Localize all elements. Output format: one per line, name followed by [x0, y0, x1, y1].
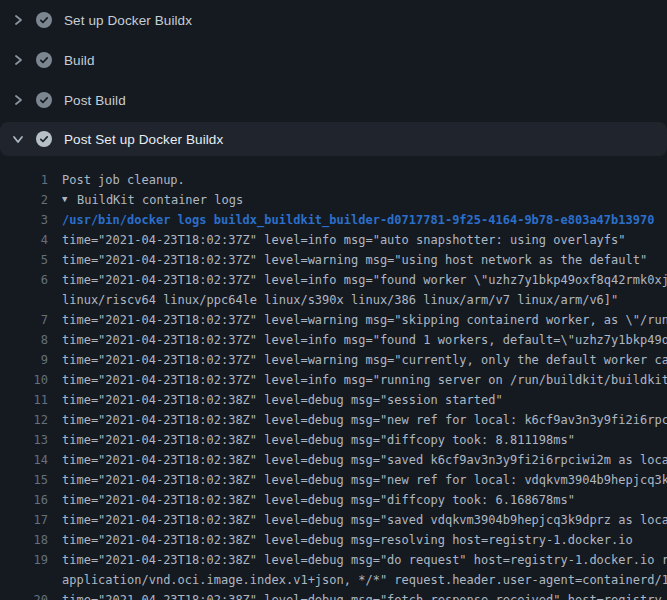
- log-line: 15 time="2021-04-23T18:02:38Z" level=deb…: [0, 470, 667, 490]
- log-line: 5 time="2021-04-23T18:02:37Z" level=warn…: [0, 250, 667, 270]
- line-number[interactable]: 5: [0, 250, 62, 270]
- line-number[interactable]: 10: [0, 370, 62, 390]
- line-number: [0, 290, 62, 310]
- log-text: time="2021-04-23T18:02:38Z" level=debug …: [62, 550, 667, 570]
- chevron-down-icon: [10, 131, 26, 147]
- log-text: time="2021-04-23T18:02:37Z" level=info m…: [62, 270, 667, 290]
- line-number[interactable]: 9: [0, 350, 62, 370]
- log-text: time="2021-04-23T18:02:37Z" level=warnin…: [62, 310, 667, 330]
- log-line: 17 time="2021-04-23T18:02:38Z" level=deb…: [0, 510, 667, 530]
- line-number: [0, 570, 62, 590]
- log-group-title: BuildKit container logs: [77, 190, 243, 210]
- section-row-set-up-docker-buildx[interactable]: Set up Docker Buildx: [0, 0, 667, 40]
- line-number[interactable]: 12: [0, 410, 62, 430]
- section-row-post-set-up-docker-buildx[interactable]: Post Set up Docker Buildx: [0, 122, 667, 156]
- line-number[interactable]: 6: [0, 270, 62, 290]
- log-text: time="2021-04-23T18:02:38Z" level=debug …: [62, 510, 667, 530]
- log-line: 6 time="2021-04-23T18:02:37Z" level=info…: [0, 270, 667, 290]
- log-line: 19 time="2021-04-23T18:02:38Z" level=deb…: [0, 550, 667, 570]
- section-row-build[interactable]: Build: [0, 40, 667, 80]
- log-line: 11 time="2021-04-23T18:02:38Z" level=deb…: [0, 390, 667, 410]
- log-line: 13 time="2021-04-23T18:02:38Z" level=deb…: [0, 430, 667, 450]
- line-number[interactable]: 15: [0, 470, 62, 490]
- log-text: Post job cleanup.: [62, 170, 185, 190]
- group-caret-icon[interactable]: ▼: [62, 190, 74, 209]
- line-number[interactable]: 20: [0, 590, 62, 600]
- check-circle-icon: [36, 92, 52, 108]
- log-text: time="2021-04-23T18:02:38Z" level=debug …: [62, 450, 667, 470]
- log-line-command: 3 /usr/bin/docker logs buildx_buildkit_b…: [0, 210, 667, 230]
- log-output: 1 Post job cleanup. 2 ▼ BuildKit contain…: [0, 156, 667, 600]
- line-number[interactable]: 13: [0, 430, 62, 450]
- line-number[interactable]: 14: [0, 450, 62, 470]
- section-label: Set up Docker Buildx: [64, 13, 192, 28]
- log-line: 1 Post job cleanup.: [0, 170, 667, 190]
- log-text: time="2021-04-23T18:02:38Z" level=debug …: [62, 590, 667, 600]
- log-line: 18 time="2021-04-23T18:02:38Z" level=deb…: [0, 530, 667, 550]
- line-number[interactable]: 3: [0, 210, 62, 230]
- log-line: 8 time="2021-04-23T18:02:37Z" level=info…: [0, 330, 667, 350]
- log-line: 14 time="2021-04-23T18:02:38Z" level=deb…: [0, 450, 667, 470]
- line-number[interactable]: 4: [0, 230, 62, 250]
- log-line: 12 time="2021-04-23T18:02:38Z" level=deb…: [0, 410, 667, 430]
- section-label: Post Set up Docker Buildx: [64, 132, 223, 147]
- log-text: time="2021-04-23T18:02:37Z" level=info m…: [62, 230, 626, 250]
- log-line: 20 time="2021-04-23T18:02:38Z" level=deb…: [0, 590, 667, 600]
- log-line: 4 time="2021-04-23T18:02:37Z" level=info…: [0, 230, 667, 250]
- log-line: 9 time="2021-04-23T18:02:37Z" level=warn…: [0, 350, 667, 370]
- line-number[interactable]: 18: [0, 530, 62, 550]
- check-circle-icon: [36, 131, 52, 147]
- log-text: time="2021-04-23T18:02:38Z" level=debug …: [62, 530, 633, 550]
- log-text: time="2021-04-23T18:02:38Z" level=debug …: [62, 390, 503, 410]
- line-number[interactable]: 19: [0, 550, 62, 570]
- log-text: time="2021-04-23T18:02:37Z" level=info m…: [62, 370, 667, 390]
- section-label: Post Build: [64, 93, 126, 108]
- line-number[interactable]: 1: [0, 170, 62, 190]
- log-text: time="2021-04-23T18:02:37Z" level=warnin…: [62, 350, 667, 370]
- log-line: 10 time="2021-04-23T18:02:37Z" level=inf…: [0, 370, 667, 390]
- log-text: time="2021-04-23T18:02:37Z" level=warnin…: [62, 250, 647, 270]
- log-text: time="2021-04-23T18:02:37Z" level=info m…: [62, 330, 667, 350]
- chevron-right-icon: [10, 12, 26, 28]
- line-number[interactable]: 17: [0, 510, 62, 530]
- line-number[interactable]: 7: [0, 310, 62, 330]
- log-text: time="2021-04-23T18:02:38Z" level=debug …: [62, 430, 575, 450]
- log-line-continuation: application/vnd.oci.image.index.v1+json,…: [0, 570, 667, 590]
- log-command-text: /usr/bin/docker logs buildx_buildkit_bui…: [62, 210, 654, 230]
- log-line-continuation: linux/riscv64 linux/ppc64le linux/s390x …: [0, 290, 667, 310]
- log-line-group: 2 ▼ BuildKit container logs: [0, 190, 667, 210]
- line-number[interactable]: 16: [0, 490, 62, 510]
- chevron-right-icon: [10, 92, 26, 108]
- line-number[interactable]: 2: [0, 190, 62, 210]
- section-row-post-build[interactable]: Post Build: [0, 80, 667, 120]
- log-text: linux/riscv64 linux/ppc64le linux/s390x …: [62, 290, 618, 310]
- log-text: time="2021-04-23T18:02:38Z" level=debug …: [62, 410, 667, 430]
- log-text: time="2021-04-23T18:02:38Z" level=debug …: [62, 470, 667, 490]
- log-line: 7 time="2021-04-23T18:02:37Z" level=warn…: [0, 310, 667, 330]
- log-text: time="2021-04-23T18:02:38Z" level=debug …: [62, 490, 575, 510]
- log-line: 16 time="2021-04-23T18:02:38Z" level=deb…: [0, 490, 667, 510]
- workflow-log-panel: Set up Docker Buildx Build Post Build Po…: [0, 0, 667, 600]
- check-circle-icon: [36, 52, 52, 68]
- line-number[interactable]: 11: [0, 390, 62, 410]
- section-label: Build: [64, 53, 95, 68]
- line-number[interactable]: 8: [0, 330, 62, 350]
- log-text: application/vnd.oci.image.index.v1+json,…: [62, 570, 667, 590]
- chevron-right-icon: [10, 52, 26, 68]
- check-circle-icon: [36, 12, 52, 28]
